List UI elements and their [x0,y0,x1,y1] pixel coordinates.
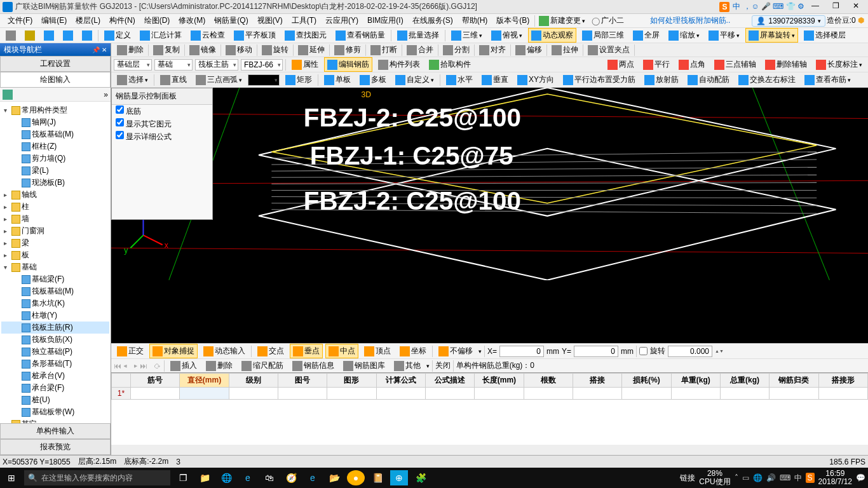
osnap-对象捕捉[interactable]: 对象捕捉 [149,344,198,358]
tray-ime-icon[interactable]: ⌨ [780,473,790,482]
panel-opt-1[interactable]: 底筋 [112,105,212,118]
col-直径(mm)[interactable]: 直径(mm) [180,374,229,388]
col-图形[interactable]: 图形 [327,374,376,388]
tree-轴网(J)[interactable]: 轴网(J) [1,116,109,128]
taskbar-link[interactable]: 链接 [680,473,695,484]
tray-defender-icon[interactable]: ▭ [742,473,749,482]
edit-设置夹点[interactable]: 设置夹点 [585,43,633,57]
col-搭接[interactable]: 搭接 [573,374,621,388]
maximize-button[interactable]: ❐ [826,1,845,13]
menu-工具(T)[interactable]: 工具(T) [288,14,320,27]
taskbar-clock[interactable]: 16:592018/7/12 [818,470,852,486]
tree-柱墩(Y)[interactable]: 柱墩(Y) [1,309,109,322]
menu-帮助(H)[interactable]: 帮助(H) [458,14,492,27]
tb-缩放[interactable]: 缩放▾ [665,28,703,43]
tb-全屏[interactable]: 全屏 [630,28,663,43]
rotate-check[interactable] [639,347,648,355]
gridtb-删除[interactable]: 删除 [203,358,236,372]
menu-构件(N)[interactable]: 构件(N) [105,14,139,27]
sidebar-btn-report[interactable]: 报表预览 [0,439,111,455]
tb-批量选择[interactable]: 批量选择 [394,28,442,43]
tree-门窗洞[interactable]: ▸门窗洞 [1,225,109,237]
taskbar-app-8[interactable]: ● [347,470,365,485]
taskbar-search[interactable]: 🔍 在这里输入你要搜索的内容 [24,470,170,485]
taskbar-app-7[interactable]: 📂 [325,470,343,485]
minimize-button[interactable]: — [806,1,825,13]
category-select[interactable]: 基础 [154,59,193,71]
col-搭接形[interactable]: 搭接形 [818,374,867,388]
menu-楼层(L)[interactable]: 楼层(L) [72,14,104,27]
ime-mode[interactable]: 中 [731,1,742,12]
help-tip-link[interactable]: 如何处理筏板附加钢筋.. [650,15,731,26]
tree-轴线[interactable]: ▸轴线 [1,189,109,201]
col-钢筋归类[interactable]: 钢筋归类 [770,374,818,388]
edit-分割[interactable]: 分割 [440,43,473,57]
menu-编辑(E)[interactable]: 编辑(E) [37,14,71,27]
draw-单板[interactable]: 单板 [321,72,354,87]
draw-自动配筋[interactable]: 自动配筋 [684,72,733,87]
menu-BIM应用(I)[interactable]: BIM应用(I) [363,14,407,27]
tb-定义[interactable]: 定义 [101,28,134,43]
draw-垂直[interactable]: 垂直 [478,72,512,87]
subtype-select[interactable]: 筏板主筋 [195,59,238,71]
sidebar-tab-project[interactable]: 工程设置 [0,56,111,72]
ime-brand-icon[interactable]: S [719,2,729,12]
tree-墙[interactable]: ▸墙 [1,213,109,225]
aux-长度标注[interactable]: 长度标注▾ [813,57,865,72]
taskbar-app-4[interactable]: 🛍 [261,470,278,485]
new-file-icon[interactable] [3,29,19,43]
tree-tool-icon[interactable] [3,90,13,100]
grid-close-button[interactable]: 关闭 [435,360,451,371]
menu-视图(V)[interactable]: 视图(V) [254,14,287,27]
grid-hscroll[interactable] [111,445,868,455]
edit-拉伸[interactable]: 拉伸 [548,43,581,57]
tray-notify-icon[interactable]: 💬 [856,473,865,482]
redo-icon[interactable] [79,29,95,43]
taskbar-app-3[interactable]: e [239,470,257,485]
gridtb-其他[interactable]: 其他 [391,358,424,372]
tree-基础板带(W)[interactable]: 基础板带(W) [1,406,109,418]
col-根数[interactable]: 根数 [524,374,573,388]
col-单重(kg)[interactable]: 单重(kg) [671,374,720,388]
menu-文件(F)[interactable]: 文件(F) [4,14,36,27]
tree-柱[interactable]: ▸柱 [1,201,109,213]
gridtb-钢筋图库[interactable]: 钢筋图库 [340,358,388,372]
tree-梁(L)[interactable]: 梁(L) [1,165,109,177]
aux-删除辅轴[interactable]: 删除辅轴 [762,57,810,72]
close-button[interactable]: ✕ [846,1,865,13]
taskbar-app-10[interactable]: ⊕ [390,470,408,485]
edit-延伸[interactable]: 延伸 [295,43,328,57]
menu-云应用(Y)[interactable]: 云应用(Y) [322,14,362,27]
osnap-顶点[interactable]: 顶点 [361,344,394,358]
tree-基础[interactable]: ▾基础 [1,261,109,273]
gridtb-钢筋信息[interactable]: 钢筋信息 [289,358,337,372]
osnap-交点[interactable]: 交点 [254,344,287,358]
y-input[interactable] [574,346,618,357]
tray-sogou-icon[interactable]: S [806,473,815,483]
aux-点角[interactable]: 点角 [675,57,709,72]
tree-筏板基础(M)[interactable]: 筏板基础(M) [1,285,109,297]
gridtb-插入[interactable]: 插入 [167,358,200,372]
sidebar-btn-single[interactable]: 单构件输入 [0,423,111,439]
panel-opt-3[interactable]: 显示详细公式 [112,130,212,143]
draw-查看布筋[interactable]: 查看布筋▾ [801,72,854,87]
col-筋号[interactable]: 筋号 [131,374,180,388]
pick-component-button[interactable]: 拾取构件 [426,57,474,72]
pin-icon[interactable]: 📌 ✕ [92,46,107,53]
taskbar-app-11[interactable]: 🧩 [412,470,430,485]
tree-承台梁(F)[interactable]: 承台梁(F) [1,382,109,394]
tree-现浇板(B)[interactable]: 现浇板(B) [1,177,109,189]
tree-筏板主筋(R)[interactable]: 筏板主筋(R) [1,322,109,334]
tree-集水坑(K)[interactable]: 集水坑(K) [1,297,109,309]
tb-查找图元[interactable]: 查找图元 [281,28,330,43]
floor-select[interactable]: 基础层 [114,59,152,71]
tb-查看钢筋量[interactable]: 查看钢筋量 [332,28,388,43]
draw-自定义[interactable]: 自定义▾ [392,72,437,87]
menu-版本号(B)[interactable]: 版本号(B) [492,14,533,27]
draw-平行边布置受力筋[interactable]: 平行边布置受力筋 [560,72,639,87]
edit-复制[interactable]: 复制 [150,43,183,57]
menu-绘图(D)[interactable]: 绘图(D) [140,14,174,27]
user-phone-pill[interactable]: 👤13907298339▾ [752,15,825,27]
tree-梁[interactable]: ▸梁 [1,237,109,249]
col-图号[interactable]: 图号 [278,374,327,388]
